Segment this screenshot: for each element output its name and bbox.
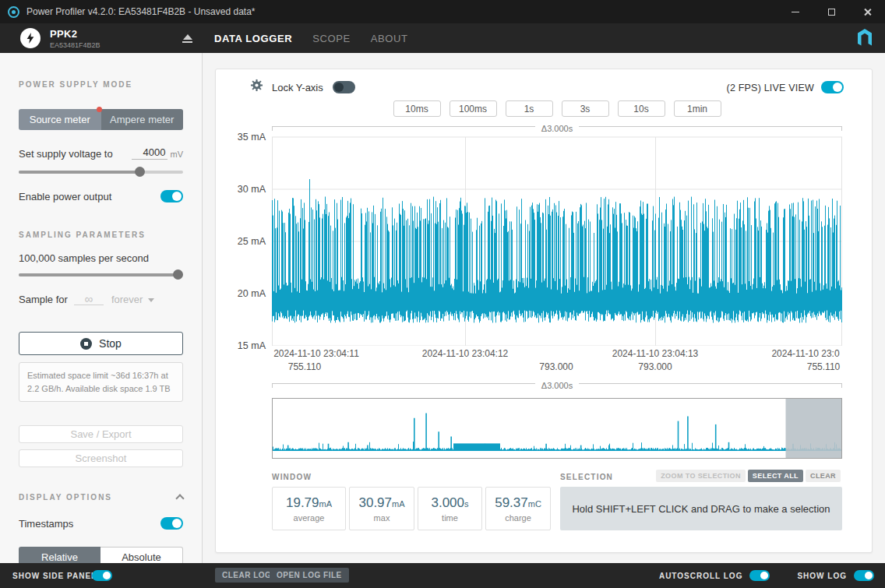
time-window-buttons: 10ms 100ms 1s 3s 10s 1min [272, 100, 842, 117]
supply-voltage-row: Set supply voltage to mV [19, 146, 183, 160]
screenshot-button[interactable]: Screenshot [19, 449, 183, 467]
space-estimate-box: Estimated space limit ~36d 16:37h at 2.2… [19, 362, 183, 402]
show-side-panel-label: SHOW SIDE PANEL [12, 572, 97, 580]
chevron-up-icon [175, 494, 184, 502]
stop-icon [80, 338, 92, 350]
footer-right-controls: AUTOSCROLL LOG SHOW LOG [659, 570, 874, 581]
main-nav-tabs: DATA LOGGER SCOPE ABOUT [214, 33, 408, 44]
eject-device-button[interactable] [182, 34, 192, 43]
x-axis-labels-time: 2024-11-10 23:04:112024-11-10 23:04:1220… [272, 348, 842, 359]
device-names: PPK2 EA53481F4B2B [50, 28, 100, 49]
sample-rate-slider-thumb[interactable] [173, 269, 183, 280]
minimap-delta-label: Δ3.000s [272, 378, 842, 389]
lock-y-axis-toggle[interactable] [333, 81, 355, 93]
selection-buttons: ZOOM TO SELECTION SELECT ALL CLEAR [656, 470, 841, 482]
enable-power-row: Enable power output [19, 190, 183, 202]
autoscroll-log-toggle[interactable] [749, 570, 770, 581]
selection-hint: Hold SHIFT+LEFT CLICK and DRAG to make a… [560, 487, 842, 530]
minimap-chart[interactable] [272, 398, 842, 459]
chevron-down-icon[interactable] [148, 298, 154, 302]
lock-y-axis-label: Lock Y-axis [272, 82, 323, 93]
window-button-100ms[interactable]: 100ms [450, 100, 497, 117]
y-tick-label: 30 mA [238, 184, 266, 195]
time-mode-group: Relative Absolute [19, 547, 183, 563]
x-tick-time: 2024-11-10 23:04:12 [422, 348, 509, 359]
ampere-meter-button[interactable]: Ampere meter [101, 109, 184, 130]
open-log-file-button[interactable]: OPEN LOG FILE [270, 568, 349, 583]
x-tick-count: 755.110 [288, 361, 322, 372]
absolute-button[interactable]: Absolute [100, 547, 183, 563]
power-profiler-window: Power Profiler v4.2.0: EA53481F4B2B - Un… [0, 0, 885, 588]
minimize-icon [792, 12, 799, 12]
sample-duration-input[interactable]: ∞ [74, 293, 104, 305]
sample-duration-unit[interactable]: forever [111, 294, 143, 305]
minimap-svg [273, 399, 841, 458]
tab-scope[interactable]: SCOPE [312, 33, 351, 44]
stat-time: 3.000s time [418, 487, 482, 530]
footer-bar: SHOW SIDE PANEL CLEAR LOG OPEN LOG FILE … [0, 563, 885, 588]
live-view-label: (2 FPS) LIVE VIEW [727, 83, 814, 93]
window-button-10ms[interactable]: 10ms [393, 100, 441, 117]
tab-about[interactable]: ABOUT [371, 33, 408, 44]
app-header: PPK2 EA53481F4B2B DATA LOGGER SCOPE ABOU… [0, 23, 885, 53]
timestamps-row: Timestamps [19, 517, 183, 530]
x-tick-count: 755.110 [807, 361, 841, 372]
window-button-10s[interactable]: 10s [618, 100, 665, 117]
y-tick-label: 25 mA [238, 236, 266, 247]
timestamps-toggle[interactable] [160, 517, 183, 530]
device-power-icon [20, 28, 41, 48]
window-stats-heading: WINDOW [272, 473, 312, 481]
window-button-1min[interactable]: 1min [674, 100, 721, 117]
main-chart[interactable] [272, 132, 842, 346]
maximize-icon [828, 9, 835, 16]
zoom-to-selection-button[interactable]: ZOOM TO SELECTION [656, 470, 746, 482]
power-supply-mode-heading: POWER SUPPLY MODE [19, 80, 183, 89]
y-tick-label: 35 mA [238, 132, 266, 143]
show-side-panel-toggle[interactable] [92, 570, 112, 581]
y-tick-label: 15 mA [238, 340, 266, 351]
clear-selection-button[interactable]: CLEAR [806, 470, 841, 482]
device-serial: EA53481F4B2B [50, 41, 100, 49]
x-tick-time: 2024-11-10 23:0 [771, 348, 839, 359]
relative-button[interactable]: Relative [19, 547, 100, 563]
x-tick-count: 793.000 [539, 361, 573, 372]
window-button-3s[interactable]: 3s [562, 100, 609, 117]
y-axis-labels: 35 mA30 mA25 mA20 mA15 mA [216, 132, 266, 346]
source-meter-button[interactable]: Source meter [19, 109, 101, 130]
x-axis-labels-count: 755.110793.000793.000755.110 [272, 361, 842, 372]
main-area: Lock Y-axis (2 FPS) LIVE VIEW 10ms 100ms… [203, 53, 885, 563]
window-delta-label: Δ3.000s [272, 121, 842, 132]
maximize-button[interactable] [813, 0, 849, 23]
select-all-button[interactable]: SELECT ALL [748, 470, 803, 482]
close-icon [863, 8, 872, 16]
supply-voltage-input[interactable] [132, 146, 167, 160]
voltage-slider-thumb[interactable] [135, 167, 145, 177]
x-tick-count: 793.000 [638, 361, 672, 372]
titlebar: Power Profiler v4.2.0: EA53481F4B2B - Un… [0, 0, 885, 23]
device-selector[interactable]: PPK2 EA53481F4B2B [20, 28, 173, 49]
save-export-button[interactable]: Save / Export [19, 425, 183, 443]
main-chart-svg [272, 132, 842, 346]
device-name: PPK2 [50, 28, 100, 40]
sample-rate-slider[interactable] [19, 269, 183, 280]
close-button[interactable] [849, 0, 885, 23]
stat-max: 30.97mA max [349, 487, 414, 530]
nordic-logo [854, 26, 876, 51]
live-view-toggle[interactable] [821, 81, 844, 93]
show-log-label: SHOW LOG [797, 572, 847, 580]
display-options-header[interactable]: DISPLAY OPTIONS [19, 492, 183, 502]
minimize-button[interactable] [777, 0, 813, 23]
enable-power-label: Enable power output [19, 191, 111, 202]
window-button-1s[interactable]: 1s [506, 100, 553, 117]
supply-voltage-slider[interactable] [19, 167, 183, 177]
stop-button[interactable]: Stop [19, 332, 183, 355]
supply-voltage-unit: mV [171, 150, 184, 160]
enable-power-toggle[interactable] [160, 190, 183, 202]
gear-icon[interactable] [250, 79, 263, 92]
show-log-toggle[interactable] [854, 570, 874, 581]
minimap-selection-region [786, 399, 842, 458]
y-tick-label: 20 mA [238, 288, 266, 299]
window-stats-row: 19.79mA average 30.97mA max 3.000s time … [272, 487, 551, 530]
power-supply-mode-group: Source meter Ampere meter [19, 109, 183, 130]
tab-data-logger[interactable]: DATA LOGGER [214, 33, 292, 44]
